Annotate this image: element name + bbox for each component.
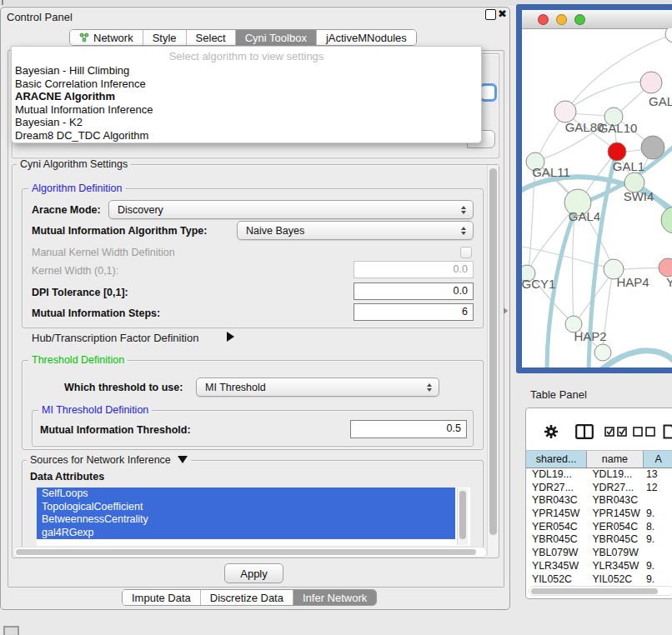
algorithm-option[interactable]: Bayesian - Hill Climbing <box>12 64 481 78</box>
data-attributes-label: Data Attributes <box>30 471 104 482</box>
which-threshold-value: MI Threshold <box>205 382 266 393</box>
table-row[interactable]: YBR043C YBR043C <box>526 494 672 508</box>
checked-boxes-icon[interactable] <box>604 427 628 437</box>
network-node-label: HAP2 <box>574 329 606 343</box>
network-node-label: GAL1 <box>613 159 644 173</box>
settings-horizontal-scrollbar[interactable] <box>13 547 487 558</box>
network-node-label: GCY1 <box>522 277 555 291</box>
tab-infer-network[interactable]: Infer Network <box>293 590 376 605</box>
scrollbar-thumb[interactable] <box>489 168 497 535</box>
table-panel: shared... name A YDL19... YDL19... 13 YD… <box>525 408 672 599</box>
gear-icon[interactable] <box>544 424 559 439</box>
tab-impute-data[interactable]: Impute Data <box>123 590 200 605</box>
tab-network[interactable]: Network <box>70 30 143 45</box>
network-node[interactable] <box>659 258 672 277</box>
table-row[interactable]: YBR045C YBR045C 9. <box>526 533 672 547</box>
zoom-traffic-light-icon[interactable] <box>574 14 585 25</box>
mi-steps-field[interactable]: 6 <box>354 303 474 321</box>
algorithm-option[interactable]: Mutual Information Inference <box>12 103 481 117</box>
mi-type-value: Naive Bayes <box>246 225 304 237</box>
collapse-down-icon[interactable] <box>178 456 188 463</box>
table-row[interactable]: YIL052C YIL052C 9. <box>526 573 672 587</box>
scrollbar-thumb[interactable] <box>459 491 466 539</box>
column-header-partial[interactable]: A <box>644 451 672 468</box>
mi-threshold-field[interactable]: 0.5 <box>350 420 467 438</box>
network-node[interactable] <box>661 207 672 233</box>
column-header-shared-name[interactable]: shared... <box>526 451 587 468</box>
kernel-width-field[interactable]: 0.0 <box>354 261 474 278</box>
table-body: YDL19... YDL19... 13 YDR27... YDR27... 1… <box>526 468 672 586</box>
table-row[interactable]: YLR345W YLR345W 9. <box>526 560 672 573</box>
apply-button[interactable]: Apply <box>224 563 283 583</box>
dpi-tolerance-label: DPI Tolerance [0,1]: <box>32 287 128 298</box>
table-row[interactable]: YDR27... YDR27... 12 <box>526 482 672 495</box>
scrollbar-thumb[interactable] <box>531 588 658 594</box>
aracne-mode-value: Discovery <box>118 204 163 216</box>
mi-type-combobox[interactable]: Naive Bayes <box>237 221 474 240</box>
mi-threshold-label: Mutual Information Threshold: <box>40 424 191 436</box>
close-icon[interactable]: ✖ <box>498 8 507 20</box>
tab-select[interactable]: Select <box>186 30 235 45</box>
expand-right-icon[interactable] <box>227 332 234 342</box>
tab-discretize-data[interactable]: Discretize Data <box>200 590 293 605</box>
unchecked-boxes-icon[interactable] <box>633 427 656 437</box>
algorithm-option[interactable]: Dream8 DC_TDC Algorithm <box>12 129 481 142</box>
which-threshold-label: Which threshold to use: <box>64 382 183 393</box>
algorithm-option[interactable]: Bayesian - K2 <box>12 116 481 129</box>
network-node[interactable] <box>594 344 611 361</box>
aracne-mode-combobox[interactable]: Discovery <box>108 200 474 219</box>
attributes-list-scrollbar[interactable] <box>457 488 468 545</box>
table-row[interactable]: YBL079W YBL079W <box>526 547 672 560</box>
minimized-panel-grip[interactable] <box>3 626 19 635</box>
tab-cyni-toolbox[interactable]: Cyni Toolbox <box>235 30 316 45</box>
which-threshold-combobox[interactable]: MI Threshold <box>196 378 439 397</box>
cyni-bottom-tabs: Impute Data Discretize Data Infer Networ… <box>122 589 377 606</box>
aracne-mode-label: Aracne Mode: <box>32 204 101 216</box>
control-panel-tabs: Network Style Select Cyni Toolbox jActiv… <box>69 29 417 46</box>
data-attribute-item[interactable]: gal4RGexp <box>37 527 455 540</box>
network-node-label: GAL11 <box>532 165 570 179</box>
table-row[interactable]: YPR145W YPR145W 9. <box>526 508 672 521</box>
table-row[interactable]: YER054C YER054C 8. <box>526 521 672 534</box>
network-node-label: HAP4 <box>616 275 649 289</box>
data-attributes-list: SelfLoopsTopologicalCoefficientBetweenne… <box>37 488 470 546</box>
data-attribute-item[interactable]: SelfLoops <box>37 488 455 501</box>
algorithm-option[interactable]: ARACNE Algorithm <box>12 90 481 103</box>
data-attribute-item[interactable]: BetweennessCentrality <box>37 513 455 527</box>
top-left-tick <box>2 0 3 5</box>
spinner-arrows-icon <box>461 206 466 214</box>
sources-legend: Sources for Network Inference <box>27 454 191 466</box>
mi-type-label: Mutual Information Algorithm Type: <box>32 225 207 237</box>
column-header-name[interactable]: name <box>587 451 643 468</box>
table-row[interactable]: YDL19... YDL19... 13 <box>526 468 672 482</box>
document-icon[interactable] <box>663 424 672 439</box>
settings-vertical-scrollbar[interactable] <box>487 165 499 556</box>
focused-spinner-fragment[interactable] <box>479 83 497 102</box>
manual-kernel-checkbox[interactable] <box>460 247 472 258</box>
minimize-traffic-light-icon[interactable] <box>556 14 567 25</box>
network-node[interactable] <box>665 28 672 42</box>
network-view-window: GALGAL80GAL10GAL1GAL11SWI4GAL4GCY1HAP4YH… <box>516 4 672 373</box>
tab-style[interactable]: Style <box>143 30 186 45</box>
float-window-icon[interactable] <box>485 9 496 20</box>
tab-network-label: Network <box>93 32 133 44</box>
network-icon <box>79 32 89 42</box>
data-attribute-item[interactable]: TopologicalCoefficient <box>37 501 455 514</box>
dpi-tolerance-field[interactable]: 0.0 <box>354 282 474 300</box>
scrollbar-thumb[interactable] <box>16 549 476 555</box>
splitter-handle[interactable] <box>504 308 508 314</box>
network-node[interactable] <box>640 72 662 93</box>
network-node-label: Y <box>666 275 672 289</box>
network-canvas[interactable]: GALGAL80GAL10GAL1GAL11SWI4GAL4GCY1HAP4YH… <box>522 28 672 368</box>
cyni-settings-legend: Cyni Algorithm Settings <box>17 158 131 170</box>
tab-jactivemnodules[interactable]: jActiveMNodules <box>316 30 416 45</box>
control-panel-title: Control Panel <box>7 11 73 23</box>
column-layout-icon[interactable] <box>575 424 594 439</box>
close-traffic-light-icon[interactable] <box>538 14 549 25</box>
table-horizontal-scrollbar[interactable] <box>529 586 672 596</box>
network-node[interactable] <box>608 142 626 161</box>
network-window-titlebar[interactable] <box>522 10 672 29</box>
algorithm-option[interactable]: Basic Correlation Inference <box>12 78 481 91</box>
network-node[interactable] <box>641 136 664 159</box>
table-panel-title: Table Panel <box>530 388 587 401</box>
